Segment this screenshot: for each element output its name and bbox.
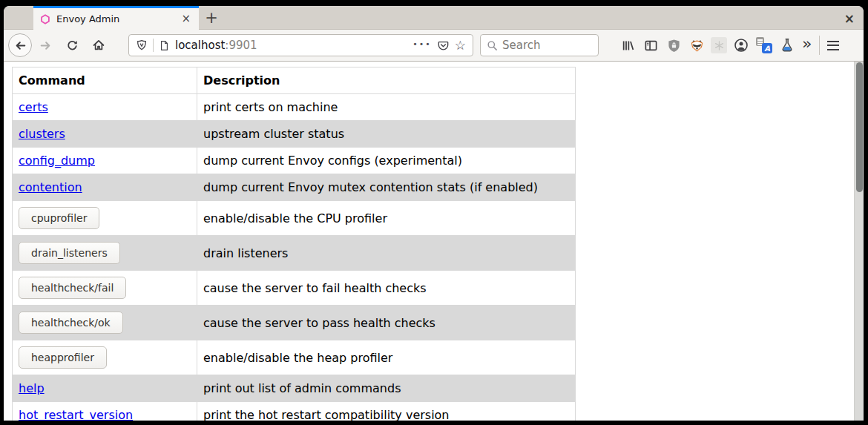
toolbar-divider bbox=[819, 36, 820, 55]
table-row: healthcheck/fail cause the server to fai… bbox=[13, 271, 576, 306]
url-bar[interactable]: localhost:9901 ••• ☆ bbox=[128, 34, 473, 56]
command-link[interactable]: config_dump bbox=[19, 154, 95, 168]
back-button[interactable] bbox=[8, 33, 32, 57]
command-form: drain_listeners bbox=[19, 246, 120, 260]
command-button[interactable]: drain_listeners bbox=[19, 242, 120, 264]
command-button[interactable]: healthcheck/ok bbox=[19, 312, 123, 334]
table-row: healthcheck/ok cause the server to pass … bbox=[13, 306, 576, 340]
command-description: upstream cluster status bbox=[197, 121, 576, 148]
pocket-icon[interactable] bbox=[437, 39, 450, 52]
back-arrow-icon bbox=[14, 39, 27, 52]
bookmark-star-icon[interactable]: ☆ bbox=[455, 38, 466, 53]
window-close-icon[interactable]: × bbox=[844, 12, 855, 24]
screenshot-root: { "tab_bar": { "active_tab": { "title": … bbox=[0, 0, 868, 425]
command-link[interactable]: help bbox=[19, 381, 45, 395]
shield-permissions-icon[interactable] bbox=[136, 39, 148, 51]
table-row: cpuprofiler enable/disable the CPU profi… bbox=[13, 201, 576, 236]
flask-extension-button[interactable] bbox=[778, 36, 796, 54]
command-button[interactable]: cpuprofiler bbox=[19, 207, 99, 229]
snowflake-extension-icon bbox=[714, 40, 725, 51]
navigation-toolbar: localhost:9901 ••• ☆ bbox=[4, 30, 864, 62]
flask-extension-icon bbox=[780, 38, 795, 53]
search-icon bbox=[487, 40, 498, 51]
column-header-command: Command bbox=[13, 67, 197, 94]
url-host: localhost bbox=[175, 39, 225, 52]
sidebar-toggle-button[interactable] bbox=[642, 36, 660, 54]
library-button[interactable] bbox=[619, 36, 637, 54]
table-row: config_dump dump current Envoy configs (… bbox=[13, 148, 576, 174]
command-description: print the hot restart compatibility vers… bbox=[197, 402, 576, 421]
command-form: heapprofiler bbox=[19, 350, 107, 364]
search-bar[interactable] bbox=[480, 34, 599, 56]
translate-extension-button[interactable]: A bbox=[755, 36, 773, 54]
raccoon-extension-button[interactable] bbox=[688, 36, 706, 54]
command-description: cause the server to pass health checks bbox=[197, 306, 576, 340]
shield-lock-extension-icon bbox=[667, 39, 681, 53]
column-header-description: Description bbox=[197, 67, 576, 94]
tab-title: Envoy Admin bbox=[56, 13, 174, 24]
page-actions-icon[interactable]: ••• bbox=[412, 39, 431, 52]
scrollbar-thumb[interactable] bbox=[856, 62, 863, 192]
tab-close-icon[interactable]: × bbox=[180, 13, 192, 24]
toolbar-extension-icons: A bbox=[619, 36, 796, 54]
reload-button[interactable] bbox=[62, 39, 82, 52]
shield-extension-button[interactable] bbox=[665, 36, 683, 54]
home-button[interactable] bbox=[88, 39, 109, 52]
overflow-chevron-icon[interactable]: » bbox=[802, 37, 810, 53]
table-row: contention dump current Envoy mutex cont… bbox=[13, 174, 576, 201]
command-link[interactable]: hot_restart_version bbox=[19, 408, 133, 421]
page-info-icon[interactable] bbox=[159, 40, 170, 51]
command-link[interactable]: certs bbox=[19, 100, 48, 114]
command-description: dump current Envoy mutex contention stat… bbox=[197, 174, 576, 201]
command-description: drain listeners bbox=[197, 236, 576, 271]
command-table-body: certs print certs on machine clusters up… bbox=[13, 94, 576, 421]
account-icon bbox=[734, 38, 749, 53]
command-link[interactable]: contention bbox=[19, 180, 82, 194]
url-port: :9901 bbox=[225, 39, 257, 52]
browser-window: Envoy Admin × + × bbox=[4, 6, 864, 421]
command-form: healthcheck/ok bbox=[19, 315, 123, 329]
command-description: enable/disable the CPU profiler bbox=[197, 201, 576, 236]
url-divider bbox=[153, 39, 154, 52]
reload-icon bbox=[66, 39, 79, 52]
table-row: heapprofiler enable/disable the heap pro… bbox=[13, 340, 576, 375]
search-input[interactable] bbox=[502, 39, 584, 52]
command-description: print certs on machine bbox=[197, 94, 576, 121]
tab-envoy-admin[interactable]: Envoy Admin × bbox=[33, 6, 199, 30]
sidebar-icon bbox=[644, 39, 658, 53]
account-button[interactable] bbox=[732, 36, 750, 54]
command-description: dump current Envoy configs (experimental… bbox=[197, 148, 576, 174]
raccoon-extension-icon bbox=[689, 38, 705, 53]
vertical-scrollbar[interactable] bbox=[854, 62, 864, 421]
command-button[interactable]: heapprofiler bbox=[19, 346, 107, 369]
table-row: hot_restart_version print the hot restar… bbox=[13, 402, 576, 421]
command-description: cause the server to fail health checks bbox=[197, 271, 576, 306]
new-tab-button[interactable]: + bbox=[199, 6, 224, 29]
home-icon bbox=[92, 39, 105, 52]
command-form: cpuprofiler bbox=[19, 211, 99, 225]
page-content: Command Description certs print certs on… bbox=[4, 62, 864, 421]
table-row: certs print certs on machine bbox=[13, 94, 576, 121]
table-row: clusters upstream cluster status bbox=[13, 121, 576, 148]
url-text[interactable]: localhost:9901 bbox=[175, 39, 407, 52]
command-button[interactable]: healthcheck/fail bbox=[19, 277, 126, 299]
table-row: drain_listeners drain listeners bbox=[13, 236, 576, 271]
envoy-favicon-icon bbox=[40, 14, 50, 24]
dimmed-extension-button[interactable] bbox=[711, 37, 727, 53]
forward-arrow-icon bbox=[39, 39, 52, 52]
table-row: help print out list of admin commands bbox=[13, 375, 576, 402]
translate-extension-icon: A bbox=[756, 37, 772, 53]
forward-button[interactable] bbox=[35, 39, 56, 52]
hamburger-menu-button[interactable] bbox=[827, 41, 839, 50]
table-header-row: Command Description bbox=[13, 67, 576, 94]
command-form: healthcheck/fail bbox=[19, 280, 126, 294]
command-link[interactable]: clusters bbox=[19, 127, 65, 141]
command-description: enable/disable the heap profiler bbox=[197, 340, 576, 375]
library-icon bbox=[621, 39, 635, 53]
admin-command-table: Command Description certs print certs on… bbox=[12, 67, 576, 421]
command-description: print out list of admin commands bbox=[197, 375, 576, 402]
tab-bar: Envoy Admin × + × bbox=[4, 6, 864, 30]
